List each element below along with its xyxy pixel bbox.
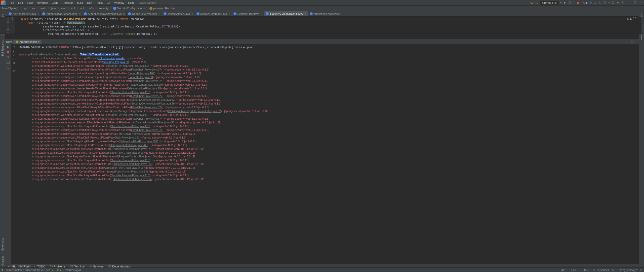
menu-file[interactable]: File bbox=[8, 1, 16, 4]
more-actions-icon[interactable] bbox=[572, 1, 575, 4]
git-commit-icon[interactable] bbox=[594, 1, 597, 4]
up-stack-icon[interactable] bbox=[12, 45, 15, 48]
git-history-icon[interactable] bbox=[603, 1, 606, 4]
filter-icon[interactable] bbox=[12, 70, 15, 73]
run-config-selector[interactable]: Current File bbox=[540, 1, 558, 5]
menu-code[interactable]: Code bbox=[50, 1, 60, 4]
crumb[interactable]: voll bbox=[71, 7, 75, 10]
git-update-icon[interactable] bbox=[589, 1, 592, 4]
tool-pull-requests[interactable]: Pull Requests bbox=[1, 39, 4, 57]
menu-view[interactable]: View bbox=[25, 1, 35, 4]
inspection-widget[interactable]: ⚠ 6 ˄ ˅ ⋮ bbox=[627, 17, 640, 20]
close-tab[interactable]: × bbox=[37, 12, 39, 15]
tool-structure[interactable]: Structure bbox=[1, 254, 4, 267]
down-stack-icon[interactable] bbox=[12, 49, 15, 52]
editor-tab[interactable]: SecurityFilter.java× bbox=[232, 11, 264, 16]
crumb[interactable]: med bbox=[61, 7, 66, 10]
crumb[interactable]: Java&Spring1 bbox=[2, 7, 19, 10]
editor-tab[interactable]: AutenticacaoService.java× bbox=[41, 11, 82, 16]
print-icon[interactable] bbox=[12, 61, 15, 64]
soft-wrap-icon[interactable] bbox=[12, 53, 15, 56]
close-tab[interactable]: × bbox=[305, 12, 306, 15]
breadcrumb-method[interactable]: passwordEncoder bbox=[153, 7, 175, 10]
run-header: Run: ApiApplication × — bbox=[5, 39, 639, 44]
rerun-icon[interactable] bbox=[6, 45, 10, 49]
editor-tab[interactable]: SecurityConfigurations.java× bbox=[264, 11, 308, 16]
close-tab[interactable]: × bbox=[123, 12, 125, 15]
close-run-tab[interactable]: × bbox=[38, 40, 39, 43]
thunder-icon[interactable] bbox=[616, 1, 619, 4]
clear-icon[interactable] bbox=[12, 65, 15, 69]
editor-tab[interactable]: application.properties× bbox=[308, 11, 345, 16]
inspection-menu[interactable]: ⋮ bbox=[638, 17, 640, 20]
tool-bookmarks[interactable]: Bookmarks bbox=[1, 236, 4, 252]
indent-settings[interactable]: 4 spaces bbox=[598, 268, 609, 271]
pin-icon[interactable] bbox=[6, 65, 10, 69]
git-revert-icon[interactable] bbox=[607, 1, 610, 4]
restore-button[interactable]: ❐ bbox=[634, 1, 637, 4]
minimize-button[interactable]: — bbox=[628, 1, 631, 4]
editor-tab[interactable]: TokenService.java× bbox=[162, 11, 195, 16]
menu-refactor[interactable]: Refactor bbox=[60, 1, 75, 4]
svg-point-19 bbox=[50, 265, 53, 268]
menu-tools[interactable]: Tools bbox=[94, 1, 105, 4]
layout-icon[interactable] bbox=[6, 60, 10, 64]
run-icon[interactable] bbox=[563, 1, 566, 4]
editor-tab[interactable]: MedicoController.java× bbox=[195, 11, 232, 16]
console[interactable]: 2023-10-05T00:09:40.238-03:00 ERROR 1821… bbox=[17, 44, 639, 264]
crumb[interactable]: main bbox=[41, 7, 47, 10]
git-branch[interactable]: Spring_curso_2 bbox=[618, 268, 637, 271]
code-area[interactable]: public SecurityFilterChain securityFilte… bbox=[15, 17, 644, 33]
run-tab[interactable]: ApiApplication × bbox=[13, 40, 42, 44]
line-separator[interactable]: CRLF bbox=[571, 268, 579, 271]
editor[interactable]: 2526272829 @ public SecurityFilterChain … bbox=[0, 17, 644, 34]
close-tab[interactable]: × bbox=[191, 12, 193, 15]
crumb[interactable]: src bbox=[32, 7, 36, 10]
menu-window[interactable]: Window bbox=[112, 1, 126, 4]
close-tab[interactable]: × bbox=[261, 12, 262, 15]
settings-icon[interactable] bbox=[621, 1, 624, 4]
menu-run[interactable]: Run bbox=[85, 1, 94, 4]
menu-help[interactable]: Help bbox=[126, 1, 136, 4]
caret-position[interactable]: 41:10 bbox=[561, 268, 568, 271]
svg-point-6 bbox=[575, 3, 575, 3]
close-tab[interactable]: × bbox=[158, 12, 160, 15]
close-tab[interactable]: × bbox=[79, 12, 80, 15]
project-name: Java&Spring1 bbox=[139, 1, 156, 4]
menu-git[interactable]: Git bbox=[105, 1, 112, 4]
editor-scrollbar[interactable] bbox=[641, 17, 644, 33]
close-button[interactable]: ✕ bbox=[640, 1, 643, 4]
reload-icon[interactable] bbox=[535, 1, 539, 5]
next-highlight[interactable]: ˅ bbox=[635, 17, 637, 20]
prev-highlight[interactable]: ˄ bbox=[633, 17, 634, 20]
menu-navigate[interactable]: Navigate bbox=[35, 1, 50, 4]
editor-tab[interactable]: ApiApplication.java× bbox=[7, 11, 41, 16]
debug-icon[interactable] bbox=[568, 1, 571, 4]
menu-build[interactable]: Build bbox=[75, 1, 85, 4]
menu-edit[interactable]: Edit bbox=[16, 1, 25, 4]
crumb[interactable]: api bbox=[24, 7, 27, 10]
breadcrumb-class[interactable]: SecurityConfigurations bbox=[117, 7, 145, 10]
lock-icon[interactable] bbox=[640, 269, 642, 271]
hide-run[interactable]: — bbox=[635, 40, 638, 43]
crumb[interactable]: api bbox=[80, 7, 84, 10]
crumb[interactable]: security bbox=[99, 7, 108, 10]
search-icon[interactable] bbox=[612, 1, 615, 4]
restart-icon[interactable] bbox=[6, 55, 10, 59]
editor-tab[interactable]: AutenticacaoController.java× bbox=[82, 11, 126, 16]
close-tab[interactable]: × bbox=[342, 12, 343, 15]
file-encoding[interactable]: UTF-8 bbox=[582, 268, 589, 271]
scroll-end-icon[interactable] bbox=[12, 57, 15, 60]
crumb[interactable]: java bbox=[51, 7, 56, 10]
run-settings-icon[interactable] bbox=[631, 40, 634, 43]
collaborators-icon[interactable] bbox=[530, 1, 534, 5]
properties-file-icon bbox=[310, 12, 313, 15]
close-tab[interactable]: × bbox=[228, 12, 230, 15]
git-push-icon[interactable] bbox=[598, 1, 601, 4]
crumb[interactable]: infra bbox=[89, 7, 94, 10]
readonly-icon[interactable] bbox=[592, 269, 595, 271]
editor-tab[interactable]: DadosTokeJWT.java× bbox=[127, 11, 162, 16]
stop-run-icon[interactable] bbox=[6, 50, 10, 54]
svg-point-10 bbox=[622, 2, 623, 3]
stop-icon[interactable] bbox=[577, 1, 580, 4]
